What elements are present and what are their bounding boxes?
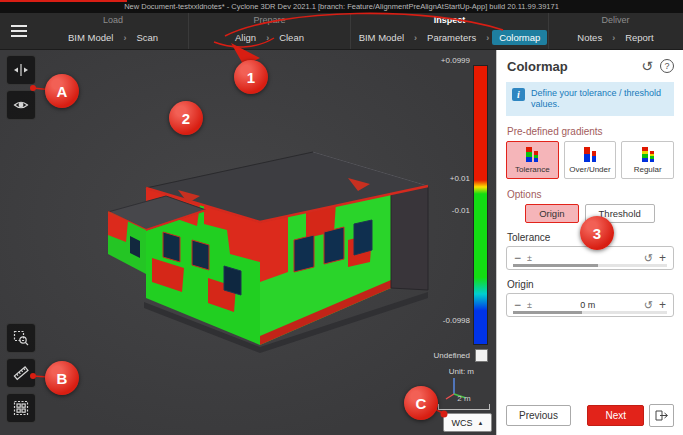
gradient-option-label: Tolerance bbox=[515, 165, 550, 174]
gradient-option-label: Over/Under bbox=[569, 165, 610, 174]
gradient-option-tolerance[interactable]: Tolerance bbox=[506, 141, 559, 179]
help-icon[interactable]: ? bbox=[660, 59, 674, 73]
chevron-icon: › bbox=[611, 33, 616, 43]
scale-bar-label: 2 m bbox=[457, 394, 470, 403]
next-button[interactable]: Next bbox=[587, 405, 644, 426]
plus-minus-icon[interactable]: ± bbox=[527, 300, 532, 310]
step-align[interactable]: Align bbox=[228, 30, 263, 45]
plus-icon[interactable]: + bbox=[657, 252, 668, 264]
app-window: New Document-testxxldnotes* - Cyclone 3D… bbox=[0, 0, 683, 435]
undefined-swatch bbox=[475, 349, 488, 362]
measure-button[interactable] bbox=[6, 358, 36, 388]
group-label-inspect: Inspect bbox=[351, 15, 548, 26]
step-bim-model-inspect[interactable]: BIM Model bbox=[352, 30, 411, 45]
gradient-option-regular[interactable]: Regular bbox=[621, 141, 674, 179]
ribbon-group-inspect: Inspect BIM Model › Parameters › Colorma… bbox=[350, 13, 548, 49]
colorbar-lower-tolerance-label: -0.01 bbox=[452, 206, 470, 215]
group-label-deliver: Deliver bbox=[549, 15, 682, 26]
group-label-prepare: Prepare bbox=[189, 15, 350, 26]
slider-track[interactable] bbox=[513, 311, 667, 314]
group-label-load: Load bbox=[38, 15, 188, 26]
tolerance-gradient-icon bbox=[526, 147, 538, 162]
grid-icon bbox=[13, 400, 29, 416]
chevron-icon: › bbox=[122, 33, 127, 43]
align-views-button[interactable] bbox=[6, 55, 36, 85]
origin-slider[interactable]: − ± 0 m ↺ + bbox=[506, 293, 674, 317]
colorbar-min-label: -0.0998 bbox=[443, 316, 470, 325]
zoom-region-button[interactable] bbox=[6, 323, 36, 353]
colorbar-scale[interactable] bbox=[473, 65, 488, 345]
chevron-icon: › bbox=[485, 33, 490, 43]
step-report[interactable]: Report bbox=[618, 30, 661, 45]
colormap-panel: Colormap ↺ ? i Define your tolerance / t… bbox=[496, 50, 683, 435]
ribbon-group-prepare: Prepare Align › Clean bbox=[188, 13, 350, 49]
panel-title: Colormap bbox=[507, 59, 634, 74]
scale-bar: 2 m bbox=[438, 394, 490, 410]
history-icon[interactable]: ↺ bbox=[639, 58, 655, 74]
visibility-button[interactable] bbox=[6, 90, 36, 120]
align-views-icon bbox=[13, 62, 29, 78]
up-arrow-icon: ▲ bbox=[478, 420, 484, 426]
colorbar-max-label: +0.0999 bbox=[441, 56, 470, 65]
gradients-section-label: Pre-defined gradients bbox=[507, 126, 673, 137]
chevron-icon: › bbox=[265, 33, 270, 43]
info-icon: i bbox=[512, 88, 525, 101]
over-under-gradient-icon bbox=[584, 147, 596, 162]
wcs-label: WCS bbox=[452, 418, 473, 428]
grid-button[interactable] bbox=[6, 393, 36, 423]
panel-footer: Previous Next bbox=[497, 396, 683, 435]
wcs-dropdown[interactable]: WCS ▲ bbox=[443, 413, 492, 432]
house-model bbox=[108, 140, 443, 355]
viewport-3d[interactable]: +0.0999 +0.01 -0.01 -0.0998 Undefined Un… bbox=[0, 50, 496, 435]
window-title: New Document-testxxldnotes* - Cyclone 3D… bbox=[124, 2, 559, 11]
step-notes[interactable]: Notes bbox=[570, 30, 609, 45]
mode-toggle: Origin Threshold bbox=[507, 204, 673, 223]
origin-value: 0 m bbox=[536, 300, 640, 310]
minus-icon[interactable]: − bbox=[512, 299, 523, 311]
slider-track[interactable] bbox=[513, 264, 667, 267]
colorbar-undefined-row: Undefined bbox=[434, 349, 488, 362]
mode-origin-button[interactable]: Origin bbox=[525, 204, 578, 223]
previous-button[interactable]: Previous bbox=[506, 405, 571, 426]
step-scan[interactable]: Scan bbox=[129, 30, 165, 45]
title-bar: New Document-testxxldnotes* - Cyclone 3D… bbox=[0, 0, 683, 13]
step-bim-model-load[interactable]: BIM Model bbox=[61, 30, 120, 45]
tolerance-slider[interactable]: − ± ↺ + bbox=[506, 246, 674, 270]
plus-minus-icon[interactable]: ± bbox=[527, 253, 532, 263]
eye-icon bbox=[13, 97, 29, 113]
scale-bar-line bbox=[438, 404, 490, 410]
zoom-region-icon bbox=[13, 330, 29, 346]
hamburger-menu-icon[interactable] bbox=[0, 13, 38, 49]
panel-header: Colormap ↺ ? bbox=[497, 50, 683, 80]
reset-icon[interactable]: ↺ bbox=[644, 299, 653, 312]
gradient-option-label: Regular bbox=[634, 165, 662, 174]
regular-gradient-icon bbox=[642, 147, 654, 162]
options-section-label: Options bbox=[507, 189, 673, 200]
undefined-label: Undefined bbox=[434, 351, 470, 360]
info-text: Define your tolerance / threshold values… bbox=[531, 88, 668, 110]
measure-icon bbox=[13, 365, 29, 381]
reset-icon[interactable]: ↺ bbox=[644, 252, 653, 265]
info-box: i Define your tolerance / threshold valu… bbox=[506, 82, 674, 116]
export-icon[interactable] bbox=[649, 404, 674, 427]
chevron-icon: › bbox=[413, 33, 418, 43]
mode-threshold-button[interactable]: Threshold bbox=[585, 204, 655, 223]
gradient-option-over-under[interactable]: Over/Under bbox=[564, 141, 617, 179]
step-clean[interactable]: Clean bbox=[272, 30, 311, 45]
step-colormap[interactable]: Colormap bbox=[492, 30, 547, 45]
ribbon-group-load: Load BIM Model › Scan bbox=[38, 13, 188, 49]
workflow-ribbon: Load BIM Model › Scan Prepare Align › Cl… bbox=[0, 13, 683, 50]
origin-label: Origin bbox=[507, 279, 673, 290]
minus-icon[interactable]: − bbox=[512, 252, 523, 264]
tolerance-label: Tolerance bbox=[507, 232, 673, 243]
colorbar-upper-tolerance-label: +0.01 bbox=[450, 174, 470, 183]
plus-icon[interactable]: + bbox=[657, 299, 668, 311]
ribbon-group-deliver: Deliver Notes › Report bbox=[548, 13, 682, 49]
step-parameters[interactable]: Parameters bbox=[420, 30, 483, 45]
gradient-options: Tolerance Over/Under Regular bbox=[506, 141, 674, 179]
